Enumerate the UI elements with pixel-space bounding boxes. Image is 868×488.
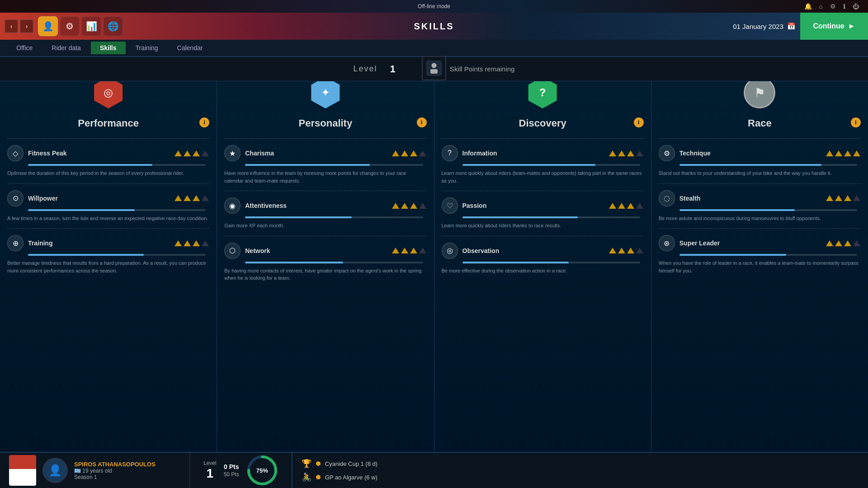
technique-desc: Stand out thanks to your understanding o… <box>659 169 861 177</box>
information-bar <box>462 164 640 166</box>
discovery-header: i Discovery <box>442 117 644 129</box>
nav-bar: ‹ › 👤 ⚙ 📊 🌐 SKILLS 01 January 2023 📅 Con… <box>0 13 868 40</box>
super-leader-desc: When you have the role of leader in a ra… <box>659 259 861 274</box>
fitness-peak-bar <box>28 164 206 166</box>
personality-title: Personality <box>224 117 426 129</box>
technique-name: Technique <box>679 150 821 157</box>
trophy-icon: 🏆 <box>302 459 311 469</box>
training-bar <box>28 254 206 256</box>
home-icon[interactable]: ⌂ <box>819 3 823 10</box>
passion-desc: Learn more quickly about riders thanks t… <box>442 222 644 230</box>
bottom-level-label: Level <box>203 460 217 466</box>
sub-nav: Office Rider data Skills Training Calend… <box>0 40 868 57</box>
tab-calendar[interactable]: Calendar <box>168 42 212 54</box>
divider-1 <box>7 138 209 139</box>
nav-icons: 👤 ⚙ 📊 🌐 <box>38 16 123 36</box>
back-arrow[interactable]: ‹ <box>5 19 18 33</box>
t-star-4 <box>202 240 209 246</box>
skill-stealth: ◌ Stealth Be more astute and inconspicuo… <box>659 190 861 222</box>
attentiveness-name: Attentiveness <box>245 202 387 209</box>
performance-title: Performance <box>7 117 209 129</box>
passion-stars <box>609 203 644 209</box>
stealth-icon: ◌ <box>659 190 675 206</box>
stealth-desc: Be more astute and inconspicuous during … <box>659 215 861 222</box>
network-bar <box>245 262 423 263</box>
discovery-info-badge[interactable]: i <box>634 117 644 127</box>
rider-flag: 🇬🇷 19 years old <box>74 468 180 474</box>
observation-bar <box>462 262 640 263</box>
skill-attentiveness: ◉ Attentiveness Gain more XP each month. <box>224 197 426 230</box>
race-item-1: 🏆 Cyanide Cup 1 (8 d) <box>302 459 859 469</box>
calendar-icon[interactable]: 📅 <box>787 22 796 30</box>
skill-training: ⊕ Training Better manage tiredness that … <box>7 235 209 274</box>
skill-charisma: ★ Charisma Have more influence in the te… <box>224 145 426 184</box>
training-name: Training <box>28 239 170 247</box>
information-stars <box>609 150 644 156</box>
tab-skills[interactable]: Skills <box>91 42 126 54</box>
skill-network: ⬡ Network By having more contacts of int… <box>224 243 426 282</box>
tab-training[interactable]: Training <box>127 42 167 54</box>
discovery-title: Discovery <box>442 117 644 129</box>
performance-column: ◎ i Performance ◇ Fitness Peak Optim <box>0 81 217 452</box>
observation-name: Observation <box>462 247 604 254</box>
stealth-name: Stealth <box>679 195 821 202</box>
offline-mode-label: Off-line mode <box>418 3 450 9</box>
race-header: i Race <box>659 117 861 129</box>
t-star-3 <box>193 240 200 246</box>
bike-icon: 🚴 <box>302 472 311 482</box>
settings-icon[interactable]: ⚙ <box>830 3 836 10</box>
bottom-bar: 👤 SPIROS ATHANASOPOULOS 🇬🇷 19 years old … <box>0 452 868 488</box>
network-stars <box>392 248 427 253</box>
charisma-name: Charisma <box>245 150 387 157</box>
super-leader-icon: ⊛ <box>659 235 675 251</box>
level-display: Level 1 <box>203 460 217 481</box>
rider-skill-icon <box>422 56 446 80</box>
willpower-icon: ⊙ <box>7 190 24 206</box>
info-icon[interactable]: ℹ <box>843 3 845 10</box>
rider-age: 19 years old <box>82 468 112 474</box>
technique-icon: ⚙ <box>659 145 675 161</box>
race-2-label: GP ao Algarve (6 w) <box>325 474 377 481</box>
information-desc: Learn more quickly about riders (team-ma… <box>442 169 644 184</box>
skill-super-leader: ⊛ Super Leader When you have the role of… <box>659 235 861 274</box>
tab-rider-data[interactable]: Rider data <box>42 42 90 54</box>
bell-icon[interactable]: 🔔 <box>804 3 812 10</box>
network-name: Network <box>245 247 387 254</box>
passion-name: Passion <box>462 202 604 209</box>
continue-label: Continue <box>813 22 844 30</box>
charisma-icon: ★ <box>224 145 241 161</box>
nav-team-icon[interactable]: ⚙ <box>60 16 80 36</box>
t-star-1 <box>175 240 182 246</box>
fitness-peak-icon: ◇ <box>7 145 24 161</box>
skill-information: ? Information Learn more quickly about r… <box>442 145 644 184</box>
performance-hex-icon: ◎ <box>93 81 124 108</box>
tab-office[interactable]: Office <box>7 42 42 54</box>
attentiveness-icon: ◉ <box>224 197 241 214</box>
race-title: Race <box>659 117 861 129</box>
pts-max: 50 Pts <box>224 471 239 478</box>
star-1 <box>175 150 182 156</box>
attentiveness-bar <box>245 216 423 218</box>
performance-header: i Performance <box>7 117 209 129</box>
stealth-bar <box>679 209 857 211</box>
race-info-badge[interactable]: i <box>851 117 861 127</box>
super-leader-name: Super Leader <box>679 239 821 247</box>
nav-globe-icon[interactable]: 🌐 <box>103 16 123 36</box>
forward-arrow[interactable]: › <box>20 19 33 33</box>
continue-button[interactable]: Continue ► <box>800 13 868 40</box>
personality-header: i Personality <box>224 117 426 129</box>
nav-title: SKILLS <box>414 21 454 32</box>
power-icon[interactable]: ⏻ <box>853 3 859 10</box>
information-icon: ? <box>442 145 458 161</box>
skill-points-label: Skill Points remaining <box>450 65 514 73</box>
nav-stats-icon[interactable]: 📊 <box>81 16 101 36</box>
race-section: 🏆 Cyanide Cup 1 (8 d) 🚴 GP ao Algarve (6… <box>292 459 868 482</box>
training-icon: ⊕ <box>7 235 24 251</box>
training-desc: Better manage tiredness that results fro… <box>7 259 209 274</box>
star-4 <box>202 150 209 156</box>
passion-bar <box>462 216 640 218</box>
personality-info-badge[interactable]: i <box>417 117 427 127</box>
star-2 <box>184 150 191 156</box>
nav-rider-icon[interactable]: 👤 <box>38 16 58 36</box>
charisma-desc: Have more influence in the team by recei… <box>224 169 426 184</box>
